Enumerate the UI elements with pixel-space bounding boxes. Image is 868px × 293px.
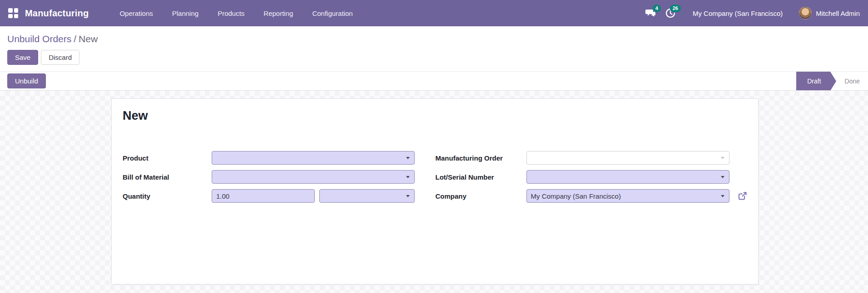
stage-done[interactable]: Done	[837, 72, 868, 90]
control-panel: Unbuild Orders/New Save Discard	[0, 26, 868, 71]
bill-of-material-select[interactable]	[212, 170, 415, 184]
content-area: New Product Bill of Materia	[0, 91, 868, 293]
form-grid: Product Bill of Material	[112, 151, 758, 208]
quantity-input[interactable]	[212, 189, 315, 203]
systray: 4 26 My Company (San Francisco) Mitchell…	[643, 6, 860, 20]
activities-badge: 26	[670, 5, 681, 12]
company-select[interactable]: My Company (San Francisco)	[526, 189, 729, 203]
menu-item-operations[interactable]: Operations	[110, 5, 162, 22]
state-widget: Draft Done	[796, 72, 868, 90]
company-switcher[interactable]: My Company (San Francisco)	[693, 10, 783, 17]
menu-item-reporting[interactable]: Reporting	[254, 5, 303, 22]
chevron-down-icon	[721, 195, 724, 197]
menu-item-planning[interactable]: Planning	[163, 5, 208, 22]
quantity-label: Quantity	[123, 192, 212, 200]
form-column-right: Manufacturing Order Lot/Serial Number	[436, 151, 749, 208]
lot-serial-select[interactable]	[526, 170, 729, 184]
product-select[interactable]	[212, 151, 415, 165]
uom-select[interactable]	[319, 189, 415, 203]
messages-badge: 4	[653, 5, 661, 12]
field-row-quantity: Quantity	[123, 189, 436, 203]
menu-item-configuration[interactable]: Configuration	[303, 5, 362, 22]
top-navbar: Manufacturing Operations Planning Produc…	[0, 0, 868, 26]
activities-icon[interactable]: 26	[663, 6, 678, 20]
chevron-down-icon	[406, 157, 410, 159]
odoo-app-window: Manufacturing Operations Planning Produc…	[0, 0, 868, 293]
menu-item-products[interactable]: Products	[208, 5, 254, 22]
field-row-mo: Manufacturing Order	[436, 151, 749, 165]
lot-serial-label: Lot/Serial Number	[436, 173, 526, 181]
field-row-company: Company My Company (San Francisco)	[436, 189, 749, 203]
field-row-lot: Lot/Serial Number	[436, 170, 749, 184]
manufacturing-order-label: Manufacturing Order	[436, 154, 526, 162]
breadcrumb-separator: /	[71, 34, 79, 44]
field-row-product: Product	[123, 151, 436, 165]
chevron-down-icon	[406, 195, 410, 197]
breadcrumb-current: New	[79, 34, 98, 44]
save-button[interactable]: Save	[7, 50, 38, 65]
chevron-down-icon	[406, 176, 410, 178]
chevron-down-icon	[721, 157, 724, 159]
apps-grid-icon[interactable]	[8, 8, 18, 18]
company-value: My Company (San Francisco)	[531, 192, 621, 200]
field-row-bom: Bill of Material	[123, 170, 436, 184]
messages-icon[interactable]: 4	[643, 6, 658, 20]
unbuild-button[interactable]: Unbuild	[7, 73, 46, 88]
form-column-left: Product Bill of Material	[123, 151, 436, 208]
record-title: New	[123, 109, 758, 123]
manufacturing-order-select	[526, 151, 729, 165]
form-statusbar: Unbuild Draft Done	[0, 71, 868, 91]
app-name[interactable]: Manufacturing	[25, 8, 89, 19]
company-label: Company	[436, 192, 526, 200]
breadcrumb: Unbuild Orders/New	[7, 32, 861, 46]
external-link-icon[interactable]	[738, 191, 748, 201]
breadcrumb-parent-link[interactable]: Unbuild Orders	[7, 34, 71, 44]
control-panel-buttons: Save Discard	[7, 50, 861, 65]
user-name: Mitchell Admin	[816, 10, 860, 17]
chevron-down-icon	[721, 176, 724, 178]
discard-button[interactable]: Discard	[41, 50, 79, 65]
form-sheet: New Product Bill of Materia	[111, 98, 759, 284]
bom-label: Bill of Material	[123, 173, 212, 181]
product-label: Product	[123, 154, 212, 162]
user-avatar	[799, 7, 812, 20]
main-menu: Operations Planning Products Reporting C…	[110, 5, 362, 22]
stage-draft[interactable]: Draft	[796, 72, 830, 90]
user-menu[interactable]: Mitchell Admin	[799, 7, 860, 20]
